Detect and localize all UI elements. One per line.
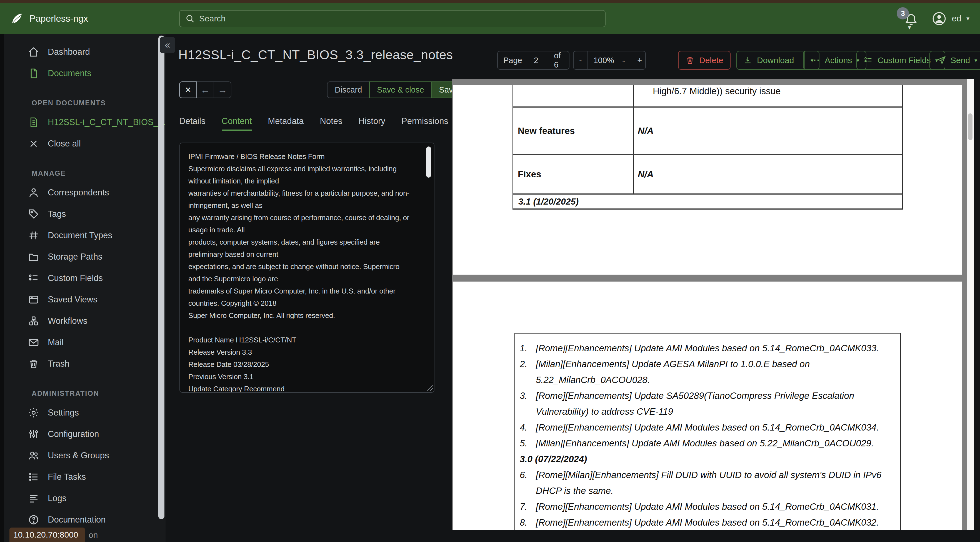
sidebar-item-storage-paths[interactable]: Storage Paths xyxy=(4,246,165,268)
table-row: Fixes N/A xyxy=(512,155,903,194)
tab-notes[interactable]: Notes xyxy=(320,116,342,131)
sidebar-item-document-types[interactable]: Document Types xyxy=(4,225,165,246)
sidebar-item-users-groups[interactable]: Users & Groups xyxy=(4,445,165,466)
save-and-close-button[interactable]: Save & close xyxy=(369,81,432,98)
page-total-label: of 6 xyxy=(548,51,569,69)
changelog-list-item: 1.[Rome][Enhancements] Update AMI Module… xyxy=(520,340,895,356)
discard-button[interactable]: Discard xyxy=(327,81,370,98)
sidebar-item-label: Document Types xyxy=(48,230,112,241)
list-item-text: [Rome][Enhancements] Update AMI Modules … xyxy=(536,419,895,435)
window-titlebar xyxy=(0,0,980,3)
custom-fields-label: Custom Fields xyxy=(878,56,931,65)
app-brand[interactable]: Paperless-ngx xyxy=(0,12,88,25)
ellipsis-icon: ··· xyxy=(810,56,820,65)
zoom-level-select[interactable]: 100% ⌄ xyxy=(587,51,632,69)
download-main[interactable]: Download xyxy=(737,51,800,69)
tab-history[interactable]: History xyxy=(359,116,385,131)
next-document-button[interactable]: → xyxy=(213,81,231,98)
sidebar-item-tags[interactable]: Tags xyxy=(4,203,165,225)
saved-views-icon xyxy=(28,294,40,306)
caret-down-icon: ▾ xyxy=(974,57,977,64)
table-cell: N/A xyxy=(638,169,654,180)
sidebar-item-documents[interactable]: Documents xyxy=(4,62,165,84)
documentation-label-tail: on xyxy=(89,530,98,540)
table-cell: High/6.7 Middle)) security issue xyxy=(653,86,781,96)
page-label: Page xyxy=(498,51,528,69)
table-row: 3.1 (1/20/2025) xyxy=(512,194,903,210)
user-name: ed xyxy=(952,14,961,24)
sidebar-scrollbar[interactable] xyxy=(158,35,164,519)
delete-button[interactable]: Delete xyxy=(678,51,730,70)
workflows-icon xyxy=(28,315,40,327)
list-item-text: [Rome][Enhancements] Update AMI Modules … xyxy=(536,499,895,515)
list-item-number: 2. xyxy=(520,356,536,388)
search-input[interactable]: Search xyxy=(179,10,606,27)
zoom-in-button[interactable]: + xyxy=(632,51,647,69)
pdf-scrollbar-thumb[interactable] xyxy=(968,113,972,140)
user-menu[interactable]: ed ▾ xyxy=(932,11,969,26)
sidebar-item-label: Documents xyxy=(48,69,91,78)
sidebar-item-file-tasks[interactable]: File Tasks xyxy=(4,466,165,488)
sidebar-item-workflows[interactable]: Workflows xyxy=(4,310,165,332)
previous-document-button[interactable]: ← xyxy=(196,81,214,98)
list-item-number: 5. xyxy=(520,435,536,451)
tab-metadata[interactable]: Metadata xyxy=(268,116,304,131)
custom-fields-icon xyxy=(864,56,873,65)
sidebar-item-close-all[interactable]: Close all xyxy=(4,133,165,154)
changelog-list-item: 5.[Milan][Enhancements] Update AMI Modul… xyxy=(520,435,895,451)
pdf-scrollbar-track[interactable] xyxy=(967,79,974,530)
changelog-list-item: 6.[Rome][Milan][Enhancements] Fill DUID … xyxy=(520,467,895,499)
sidebar-item-configuration[interactable]: Configuration xyxy=(4,423,165,445)
sidebar-item-saved-views[interactable]: Saved Views xyxy=(4,289,165,310)
table-cell: N/A xyxy=(638,126,654,136)
tab-details[interactable]: Details xyxy=(179,116,205,131)
download-icon xyxy=(743,56,752,65)
notifications-caret-icon: ▾ xyxy=(908,24,911,31)
sidebar-section-title: MANAGE xyxy=(4,169,165,177)
list-item-text: [Rome][Enhancements] Update SA50289(Tian… xyxy=(536,388,895,419)
sidebar-item-label: Documentation xyxy=(48,515,106,525)
sidebar-item-mail[interactable]: Mail xyxy=(4,332,165,353)
changelog-list-box: 1.[Rome][Enhancements] Update AMI Module… xyxy=(514,333,901,530)
sidebar-item-label: Close all xyxy=(48,139,81,149)
sidebar-item-logs[interactable]: Logs xyxy=(4,488,165,509)
left-edge-strip xyxy=(0,34,4,542)
sidebar-item-label: File Tasks xyxy=(48,472,86,482)
sidebar-section-title: OPEN DOCUMENTS xyxy=(4,99,165,107)
home-icon xyxy=(28,46,40,58)
textarea-resize-handle[interactable] xyxy=(427,385,433,391)
sidebar-item-label: Configuration xyxy=(48,429,99,439)
user-menu-caret-icon: ▾ xyxy=(966,15,969,22)
send-button[interactable]: Send ▾ xyxy=(929,51,980,70)
sidebar-item-trash[interactable]: Trash xyxy=(4,353,165,375)
folder-icon xyxy=(28,251,40,263)
paperless-logo-icon xyxy=(10,12,23,25)
custom-fields-icon xyxy=(28,273,40,284)
question-circle-icon xyxy=(28,514,40,526)
sidebar-item-documentation[interactable]: Documentation xyxy=(4,509,165,530)
list-item-text: [Rome][Enhancements] Update AMI Modules … xyxy=(536,515,895,530)
save-button-group: Discard Save & close Save xyxy=(327,81,465,98)
sidebar-collapse-button[interactable]: « xyxy=(160,37,175,53)
content-textarea[interactable]: IPMI Firmware / BIOS Release Notes Form … xyxy=(180,143,434,393)
notifications-button[interactable]: 3 ▾ xyxy=(904,10,920,28)
list-item-text: [Milan][Enhancements] Update AMI Modules… xyxy=(536,435,895,451)
list-item-number: 3. xyxy=(520,388,536,419)
sidebar-item-custom-fields[interactable]: Custom Fields xyxy=(4,268,165,289)
tab-permissions[interactable]: Permissions xyxy=(401,116,448,131)
sidebar-item-correspondents[interactable]: Correspondents xyxy=(4,182,165,203)
sidebar-item-settings[interactable]: Settings xyxy=(4,402,165,423)
sidebar-item-h12ssl-i-c-ct-nt-bios-3-3-rel[interactable]: H12SSL-i_C_CT_NT_BIOS_3.3_rel... xyxy=(4,112,165,133)
sidebar-item-label: Custom Fields xyxy=(48,273,103,283)
page-number-input[interactable]: 2 xyxy=(528,51,548,69)
close-document-button[interactable]: ✕ xyxy=(179,81,197,98)
tab-content[interactable]: Content xyxy=(222,116,252,131)
list-item-number: 6. xyxy=(520,467,536,499)
zoom-control: - 100% ⌄ + xyxy=(573,51,646,70)
textarea-scrollbar-thumb[interactable] xyxy=(426,147,431,178)
sidebar-item-dashboard[interactable]: Dashboard xyxy=(4,41,165,62)
changelog-list-item: 3.[Rome][Enhancements] Update SA50289(Ti… xyxy=(520,388,895,419)
pdf-page-2: 1.[Rome][Enhancements] Update AMI Module… xyxy=(453,282,962,530)
sidebar-item-label: Correspondents xyxy=(48,188,109,198)
zoom-out-button[interactable]: - xyxy=(574,51,587,69)
